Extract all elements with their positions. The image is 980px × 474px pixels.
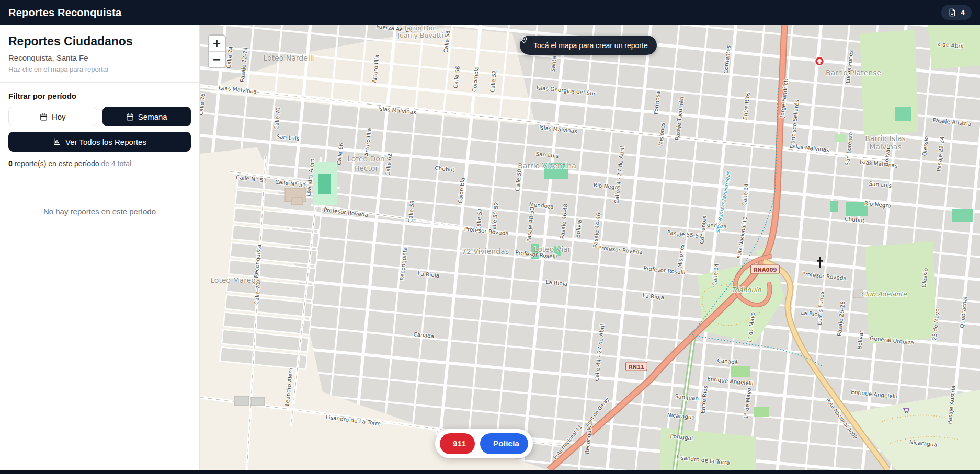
filter-label: Filtrar por período — [8, 91, 191, 100]
filter-today-label: Hoy — [52, 112, 66, 121]
map-place-label: Barrio Islas — [865, 134, 906, 143]
road-badge: RN11 — [626, 362, 647, 371]
call-911-button[interactable]: 911 — [440, 433, 475, 454]
total-count-label: de 4 total — [101, 159, 131, 168]
calendar-icon — [40, 113, 48, 121]
location-subtitle: Reconquista, Santa Fe — [8, 53, 191, 62]
bar-chart-icon — [53, 137, 61, 146]
zoom-out-button[interactable]: − — [209, 52, 225, 67]
svg-text:RN11: RN11 — [629, 364, 644, 370]
map-place-label: Barrio Vicentina — [518, 161, 576, 170]
zoom-control: + − — [208, 34, 226, 68]
calendar-icon — [126, 113, 134, 121]
map-hint-text: Haz clic en el mapa para reportar — [8, 65, 191, 73]
report-count-line: 0 reporte(s) en este período de 4 total — [8, 159, 191, 168]
map-tooltip-text: Tocá el mapa para crear un reporte — [533, 41, 648, 50]
map-park-label: Triángulo — [732, 286, 762, 294]
period-filter-group: Hoy Semana — [8, 107, 191, 126]
map-place-label: Héctor — [354, 164, 379, 172]
file-text-icon — [948, 8, 956, 17]
map-park-label: Club Adelante — [861, 290, 907, 298]
map-canvas[interactable]: RNA009RN11 Fuerza AéreaBarrio DonJuan y … — [200, 25, 980, 470]
divider — [0, 82, 199, 83]
police-label: Policía — [493, 439, 519, 448]
map-place-label: Loteo Viar — [534, 245, 571, 253]
map[interactable]: RNA009RN11 Fuerza AéreaBarrio DonJuan y … — [200, 25, 980, 470]
zoom-in-button[interactable]: + — [209, 36, 225, 52]
report-count-badge[interactable]: 4 — [941, 5, 972, 20]
report-count: 4 — [961, 8, 965, 17]
period-count: 0 — [8, 159, 13, 168]
map-place-label: Juan y Buyatti — [397, 31, 443, 39]
filter-week-label: Semana — [138, 112, 167, 121]
filter-week-button[interactable]: Semana — [102, 107, 191, 126]
map-place-label: Barrio Platense — [826, 68, 881, 77]
map-place-label: Loteo Nardelli — [264, 54, 314, 62]
app-title: Reportes Reconquista — [8, 7, 121, 19]
view-all-reports-label: Ver Todos los Reportes — [65, 137, 146, 146]
view-all-reports-button[interactable]: Ver Todos los Reportes — [8, 132, 191, 152]
page-title: Reportes Ciudadanos — [8, 34, 191, 49]
sidebar: Reportes Ciudadanos Reconquista, Santa F… — [0, 25, 200, 470]
top-bar: Reportes Reconquista 4 — [0, 0, 980, 25]
hospital-marker — [815, 57, 824, 66]
road-badge: RNA009 — [750, 265, 779, 273]
period-count-label: reporte(s) en este período — [13, 159, 101, 168]
emergency-bar: 911 Policía — [435, 429, 533, 458]
map-place-label: 72 Viviendas — [462, 247, 509, 256]
filter-today-button[interactable]: Hoy — [8, 107, 97, 126]
call-911-label: 911 — [453, 439, 466, 448]
police-button[interactable]: Policía — [480, 433, 528, 454]
empty-state-message: No hay reportes en este período — [8, 207, 191, 216]
map-tooltip: Tocá el mapa para crear un reporte — [520, 36, 657, 55]
bottom-strip — [0, 470, 980, 474]
svg-text:RNA009: RNA009 — [754, 267, 777, 273]
divider — [0, 177, 199, 177]
map-place-label: Loteo Don — [347, 155, 384, 163]
